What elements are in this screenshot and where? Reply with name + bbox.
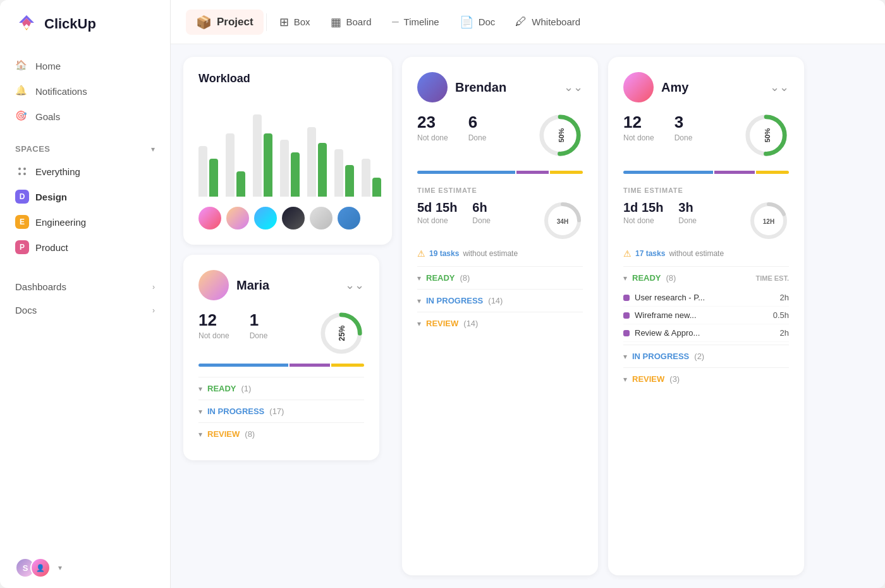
brendan-warning-link[interactable]: 19 tasks [429,249,459,258]
sidebar-item-home-label: Home [35,61,61,71]
brendan-section-review[interactable]: ▾ REVIEW (14) [417,312,583,334]
brendan-warning-suffix: without estimate [463,249,518,258]
workload-title: Workload [198,72,377,85]
bar-group-1 [198,146,218,197]
brendan-pb-purple [516,171,549,174]
logo-area[interactable]: ClickUp [0,0,170,48]
brendan-donut-chart: 50% [537,113,583,158]
amy-time-not-done: 1d 15h Not done [623,200,663,225]
amy-review-label: REVIEW [632,374,664,384]
dashboards-label: Dashboards [15,281,66,292]
amy-task-3[interactable]: Review & Appro... 2h [623,324,789,342]
app-name: ClickUp [44,16,96,32]
brendan-not-done: 23 Not done [417,113,448,142]
amy-pb-yellow [756,171,789,174]
brendan-warning: ⚠ 19 tasks without estimate [417,248,583,259]
bar-bg-2 [226,133,235,197]
amy-chevron-icon[interactable]: ⌄⌄ [770,80,789,94]
sidebar-item-notifications[interactable]: 🔔 Notifications [0,78,170,104]
maria-section-inprogress[interactable]: ▾ IN PROGRESS (17) [198,400,364,422]
amy-pb-blue [623,171,713,174]
brendan-review-chevron-icon: ▾ [417,319,421,328]
sidebar-item-design[interactable]: D Design [0,184,170,209]
brendan-name: Brendan [455,80,506,95]
brendan-progress-bar [417,171,583,174]
maria-chevron-icon[interactable]: ⌄⌄ [345,278,364,292]
brendan-section-ready[interactable]: ▾ READY (8) [417,266,583,289]
maria-inprogress-label: IN PROGRESS [207,407,264,416]
amy-done: 3 Done [674,113,693,142]
maria-not-done: 12 Not done [198,310,229,340]
amy-task-2-time: 0.5h [773,310,789,320]
sidebar-item-docs[interactable]: Docs › [0,298,170,322]
maria-donut-container: 25% [319,310,364,358]
workload-avatar-1 [198,207,221,230]
maria-card: Maria ⌄⌄ 12 Not done 1 Done [183,255,379,460]
task-dot-3 [623,330,630,336]
brendan-done-time: 6h [472,200,491,215]
home-icon: 🏠 [15,59,28,72]
maria-progress-bar [198,364,364,367]
maria-name: Maria [236,278,269,293]
sidebar-item-product[interactable]: P Product [0,235,170,260]
brendan-done-number: 6 [468,113,487,132]
tab-timeline-label: Timeline [404,16,439,27]
maria-section-review[interactable]: ▾ REVIEW (8) [198,422,364,445]
amy-task-1-name: User research - P... [635,293,775,302]
brendan-ready-count: (8) [460,273,470,283]
amy-done-label: Done [674,133,693,142]
brendan-section-inprogress[interactable]: ▾ IN PROGRESS (14) [417,289,583,312]
bar-group-2 [226,133,245,197]
bar-bg-3 [253,114,262,197]
amy-info: Amy [623,72,688,102]
tab-whiteboard[interactable]: 🖊 Whiteboard [505,10,590,34]
amy-task-1[interactable]: User research - P... 2h [623,289,789,307]
design-badge: D [15,190,29,204]
sidebar-item-everything[interactable]: Everything [0,159,170,184]
tab-timeline[interactable]: ⏤ Timeline [382,10,449,34]
tab-board[interactable]: ▦ Board [320,10,382,34]
workload-avatar-6 [338,207,360,230]
amy-warning-suffix: without estimate [669,249,724,258]
task-dot-2 [623,312,630,319]
tab-board-label: Board [346,16,372,27]
everything-icon [15,164,29,178]
maria-done-number: 1 [250,310,268,330]
brendan-stats: 23 Not done 6 Done 50% [417,113,583,161]
brendan-card: Brendan ⌄⌄ 23 Not done 6 Done [402,57,598,575]
maria-section-ready[interactable]: ▾ READY (1) [198,377,364,400]
amy-warning-link[interactable]: 17 tasks [635,249,665,258]
sidebar-item-dashboards[interactable]: Dashboards › [0,275,170,298]
sidebar-footer[interactable]: S 👤 ▾ [0,548,170,588]
bar-green-2 [236,171,245,197]
amy-section-inprogress[interactable]: ▾ IN PROGRESS (2) [623,345,789,367]
svg-point-4 [23,168,26,170]
brendan-info: Brendan [417,72,506,102]
sidebar-item-goals[interactable]: 🎯 Goals [0,104,170,129]
brendan-not-done-number: 23 [417,113,448,132]
amy-done-time: 3h [678,200,697,215]
amy-section-ready[interactable]: ▾ READY (8) TIME EST. [623,266,789,289]
svg-point-3 [18,168,21,170]
brendan-chevron-icon[interactable]: ⌄⌄ [564,80,583,94]
workload-avatar-3 [254,207,277,230]
amy-task-2[interactable]: Wireframe new... 0.5h [623,307,789,324]
brendan-time-label: TIME ESTIMATE [417,187,583,194]
amy-not-done-label: Not done [623,133,654,142]
brendan-done: 6 Done [468,113,487,142]
brendan-pb-blue [417,171,515,174]
brendan-donut-container: 50% [537,113,583,161]
tab-doc[interactable]: 📄 Doc [449,10,506,34]
brendan-time-done-label: Done [472,216,491,225]
spaces-header[interactable]: Spaces ▾ [15,144,155,154]
main-content: 📦 Project ⊞ Box ▦ Board ⏤ Timeline 📄 Doc… [171,0,885,588]
tab-project[interactable]: 📦 Project [186,9,264,35]
sidebar-item-home[interactable]: 🏠 Home [0,53,170,78]
maria-pb-purple [290,364,331,367]
docs-label: Docs [15,305,37,315]
amy-avatar [623,72,654,102]
tab-box[interactable]: ⊞ Box [269,10,320,34]
sidebar-item-engineering[interactable]: E Engineering [0,209,170,235]
amy-section-review[interactable]: ▾ REVIEW (3) [623,367,789,390]
workload-avatars [198,207,377,230]
